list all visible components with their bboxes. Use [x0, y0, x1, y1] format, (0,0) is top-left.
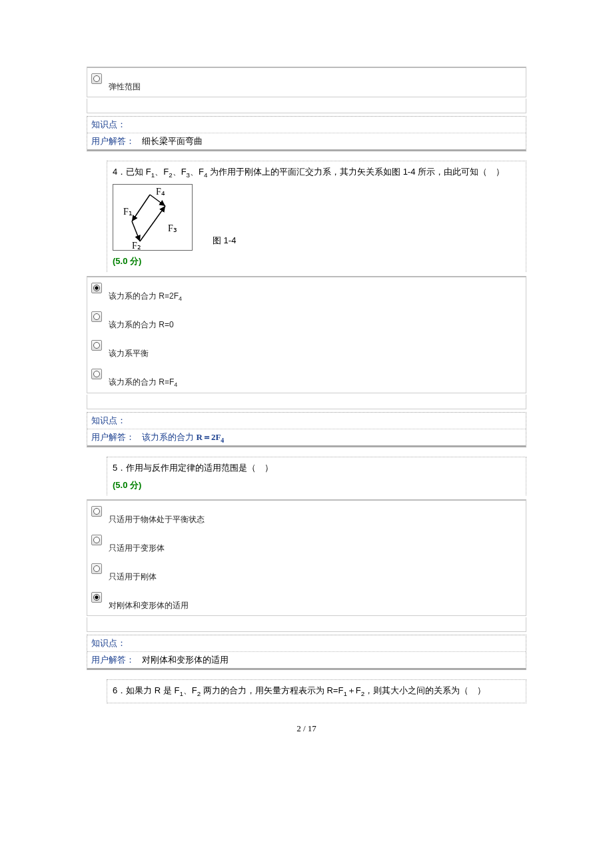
- spacer: [87, 617, 526, 632]
- meta-row-knowledge: 知识点：: [87, 635, 526, 652]
- radio-selected-icon[interactable]: [91, 592, 102, 603]
- option-text: 只适用于变形体: [109, 533, 165, 554]
- q-text: 为作用于刚体上的平面汇交力系，其力矢关系如图 1-4 所示，由此可知（ ）: [207, 167, 504, 177]
- meta-label: 用户解答：: [91, 655, 135, 665]
- q-text: 、F: [155, 167, 169, 177]
- q4-question-box: 4．已知 F1、F2、F3、F4 为作用于刚体上的平面汇交力系，其力矢关系如图 …: [107, 161, 526, 272]
- meta-label: 知识点：: [91, 638, 126, 648]
- option-text: 只适用于物体处于平衡状态: [109, 505, 205, 525]
- page-footer: 2 / 17: [87, 703, 526, 734]
- label-f2: F₂: [132, 241, 141, 251]
- q-text: 两力的合力，用矢量方程表示为 R=F: [201, 685, 343, 695]
- q-number: 4．: [113, 167, 126, 177]
- radio-empty-icon[interactable]: [91, 73, 102, 84]
- q-text: ，则其大小之间的关系为（ ）: [364, 685, 486, 695]
- meta-label: 用户解答：: [91, 432, 135, 442]
- radio-empty-icon[interactable]: [91, 340, 102, 351]
- q3-meta-box: 知识点： 用户解答： 细长梁平面弯曲: [87, 116, 526, 151]
- q-text: 、F: [173, 167, 187, 177]
- q6-stem: 6．如果力 R 是 F1、F2 两力的合力，用矢量方程表示为 R=F1＋F2，则…: [113, 684, 520, 699]
- label-f4: F₄: [156, 187, 165, 197]
- points-label: (5.0 分): [113, 255, 520, 268]
- svg-line-0: [132, 195, 150, 221]
- q5-option-c[interactable]: 只适用于刚体: [87, 558, 526, 587]
- option-text: 该力系平衡: [109, 339, 149, 359]
- meta-label: 知识点：: [91, 415, 126, 425]
- q5-meta-box: 知识点： 用户解答： 对刚体和变形体的适用: [87, 635, 526, 670]
- meta-value: 该力系的合力 R＝2F4: [142, 432, 224, 442]
- q4-stem: 4．已知 F1、F2、F3、F4 为作用于刚体上的平面汇交力系，其力矢关系如图 …: [113, 165, 520, 180]
- q5-option-b[interactable]: 只适用于变形体: [87, 529, 526, 558]
- q5-option-a[interactable]: 只适用于物体处于平衡状态: [87, 501, 526, 529]
- option-text: 对刚体和变形体的适用: [109, 591, 189, 611]
- q5-question-box: 5．作用与反作用定律的适用范围是（ ） (5.0 分): [107, 457, 526, 495]
- radio-empty-icon[interactable]: [91, 369, 102, 379]
- q-text: 如果力 R 是 F: [126, 685, 179, 695]
- figure-caption: 图 1-4: [213, 234, 236, 251]
- meta-row-answer: 用户解答： 该力系的合力 R＝2F4: [87, 429, 526, 446]
- points-label: (5.0 分): [113, 479, 520, 492]
- document-page: 弹性范围 知识点： 用户解答： 细长梁平面弯曲 4．已知 F1、F2、F3、F4…: [0, 0, 613, 761]
- q5-option-d[interactable]: 对刚体和变形体的适用: [87, 587, 526, 615]
- spacer: [87, 395, 526, 409]
- meta-value: 细长梁平面弯曲: [142, 136, 203, 146]
- radio-selected-icon[interactable]: [91, 283, 102, 293]
- meta-label: 用户解答：: [91, 136, 135, 146]
- svg-line-1: [132, 221, 140, 241]
- force-diagram-icon: F₁ F₂ F₃ F₄: [113, 185, 193, 251]
- radio-empty-icon[interactable]: [91, 563, 102, 574]
- q5-stem: 5．作用与反作用定律的适用范围是（ ）: [113, 461, 520, 475]
- meta-row-knowledge: 知识点：: [87, 413, 526, 429]
- q-text: 已知 F: [126, 167, 151, 177]
- spacer: [87, 99, 526, 113]
- meta-label: 知识点：: [91, 119, 126, 129]
- q-text: 、F: [190, 167, 204, 177]
- q3-option-text: 弹性范围: [109, 72, 141, 93]
- option-text: 该力系的合力 R=2F4: [109, 281, 182, 302]
- radio-empty-icon[interactable]: [91, 311, 102, 322]
- q3-option-row[interactable]: 弹性范围: [87, 68, 526, 97]
- q4-option-c[interactable]: 该力系平衡: [87, 335, 526, 363]
- q-number: 5．: [113, 463, 126, 473]
- radio-empty-icon[interactable]: [91, 535, 102, 545]
- label-f3: F₃: [168, 223, 177, 233]
- q-number: 6．: [113, 685, 126, 695]
- option-text: 该力系的合力 R=F4: [109, 367, 177, 388]
- q3-options-box: 弹性范围: [87, 67, 526, 97]
- figure-1-4: F₁ F₂ F₃ F₄: [113, 184, 193, 251]
- label-f1: F₁: [123, 207, 133, 217]
- option-text: 该力系的合力 R=0: [109, 310, 174, 331]
- q-text: ＋F: [347, 685, 361, 695]
- q5-options-box: 只适用于物体处于平衡状态 只适用于变形体 只适用于刚体 对刚体和变形体的适用: [87, 499, 526, 616]
- meta-row-answer: 用户解答： 细长梁平面弯曲: [87, 133, 526, 149]
- q4-option-b[interactable]: 该力系的合力 R=0: [87, 306, 526, 335]
- q-text: 、F: [183, 685, 197, 695]
- q6-question-box: 6．如果力 R 是 F1、F2 两力的合力，用矢量方程表示为 R=F1＋F2，则…: [107, 679, 526, 703]
- q-text: 作用与反作用定律的适用范围是（ ）: [126, 463, 273, 473]
- q4-meta-box: 知识点： 用户解答： 该力系的合力 R＝2F4: [87, 412, 526, 448]
- q4-option-a[interactable]: 该力系的合力 R=2F4: [87, 277, 526, 306]
- figure-wrap: F₁ F₂ F₃ F₄ 图 1-4: [113, 184, 520, 251]
- q4-options-box: 该力系的合力 R=2F4 该力系的合力 R=0 该力系平衡 该力系的合力 R=F…: [87, 276, 526, 393]
- q4-option-d[interactable]: 该力系的合力 R=F4: [87, 363, 526, 392]
- radio-empty-icon[interactable]: [91, 506, 102, 517]
- page-total: 17: [308, 723, 316, 733]
- meta-value: 对刚体和变形体的适用: [142, 655, 229, 665]
- meta-row-answer: 用户解答： 对刚体和变形体的适用: [87, 652, 526, 668]
- option-text: 只适用于刚体: [109, 562, 157, 583]
- meta-row-knowledge: 知识点：: [87, 117, 526, 133]
- svg-line-2: [140, 206, 165, 241]
- page-sep: /: [301, 723, 308, 733]
